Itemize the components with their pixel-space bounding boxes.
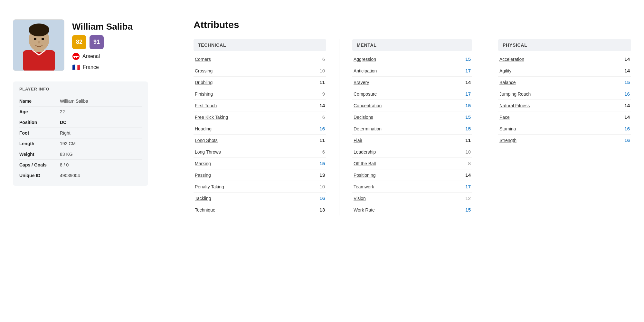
info-value: DC [60,120,66,125]
attr-row: Aggression15 [352,53,472,65]
attr-name[interactable]: Long Shots [195,138,218,143]
technical-column: TECHNICAL Corners6Crossing10Dribbling11F… [194,39,339,215]
attr-name[interactable]: Decisions [354,115,373,120]
attr-name[interactable]: Free Kick Taking [195,115,228,120]
attr-name[interactable]: Balance [499,80,516,85]
attr-row: Positioning14 [352,169,472,181]
info-value: 192 CM [60,141,76,146]
attr-name[interactable]: Agility [499,68,511,73]
info-label: Length [19,141,55,146]
attr-value: 16 [620,126,630,131]
attr-row: Free Kick Taking6 [194,111,326,123]
attr-name[interactable]: Long Throws [195,149,221,155]
info-label: Foot [19,130,55,136]
attr-name[interactable]: Natural Fitness [499,103,530,108]
attr-name[interactable]: Penalty Taking [195,184,224,189]
attr-row: Penalty Taking10 [194,181,326,193]
attr-name[interactable]: Acceleration [499,57,524,62]
attr-name[interactable]: Corners [195,57,211,62]
right-panel: Attributes TECHNICAL Corners6Crossing10D… [187,19,631,303]
attr-name[interactable]: Stamina [499,126,516,131]
rating-potential-badge: 91 [90,35,104,49]
attr-value: 16 [315,195,325,201]
info-row: Caps / Goals8 / 0 [19,160,142,170]
attr-value: 14 [461,172,471,178]
attr-row: Decisions15 [352,111,472,123]
attr-row: Leadership10 [352,146,472,158]
attr-row: Acceleration14 [498,53,631,65]
attr-name[interactable]: Vision [354,196,366,201]
attr-row: Off the Ball8 [352,158,472,169]
attr-value: 12 [461,195,471,201]
attr-value: 17 [461,68,471,73]
nation-flag: 🇫🇷 [72,63,80,71]
attr-name[interactable]: Positioning [354,173,376,178]
attr-row: Long Throws6 [194,146,326,158]
club-row: Arsenal [72,52,133,60]
attr-name[interactable]: Technique [195,207,215,213]
attr-name[interactable]: Work Rate [354,207,375,213]
attr-name[interactable]: Passing [195,173,211,178]
attr-name[interactable]: Finishing [195,91,213,97]
attr-row: Bravery14 [352,77,472,88]
attr-value: 11 [461,137,471,143]
attr-name[interactable]: Pace [499,115,510,120]
attr-name[interactable]: Bravery [354,80,369,85]
attr-name[interactable]: First Touch [195,103,217,108]
attr-value: 14 [461,80,471,85]
player-header: William Saliba 82 91 [13,19,148,71]
attr-row: Balance15 [498,77,631,88]
attr-name[interactable]: Heading [195,126,212,131]
nation-name: France [83,64,99,70]
attr-name[interactable]: Concentration [354,103,382,108]
attr-row: Flair11 [352,135,472,146]
svg-point-4 [29,24,49,36]
attr-name[interactable]: Flair [354,138,362,143]
attr-value: 6 [315,56,325,62]
attr-value: 14 [620,114,630,120]
attr-name[interactable]: Marking [195,161,211,166]
attr-name[interactable]: Strength [499,138,516,143]
attr-row: Strength16 [498,135,631,146]
attr-row: Corners6 [194,53,326,65]
attr-name[interactable]: Crossing [195,68,213,73]
info-label: Position [19,120,55,125]
page-container: William Saliba 82 91 [0,0,644,322]
attr-name[interactable]: Aggression [354,57,376,62]
left-panel: William Saliba 82 91 [13,19,161,303]
player-info-header: William Saliba 82 91 [72,19,133,71]
info-label: Name [19,99,55,104]
attr-row: Jumping Reach16 [498,88,631,100]
attr-name[interactable]: Off the Ball [354,161,376,166]
attr-name[interactable]: Determination [354,126,382,131]
info-row: Unique ID49039004 [19,170,142,181]
attr-row: Finishing9 [194,88,326,100]
technical-header: TECHNICAL [194,39,326,51]
attr-name[interactable]: Jumping Reach [499,91,531,97]
info-label: Age [19,109,55,114]
info-value: 22 [60,109,65,114]
attr-name[interactable]: Dribbling [195,80,213,85]
attr-name[interactable]: Anticipation [354,68,377,73]
technical-rows: Corners6Crossing10Dribbling11Finishing9F… [194,53,326,215]
attr-value: 6 [315,149,325,155]
attr-value: 10 [461,149,471,155]
mental-column: MENTAL Aggression15Anticipation17Bravery… [339,39,485,215]
attr-name[interactable]: Teamwork [354,184,374,189]
attr-value: 17 [461,91,471,97]
attr-value: 15 [461,56,471,62]
attr-value: 13 [315,207,325,213]
rating-badges: 82 91 [72,35,133,49]
attr-value: 6 [315,114,325,120]
svg-point-12 [76,57,77,58]
mental-header: MENTAL [352,39,472,51]
attr-value: 14 [620,68,630,73]
attr-name[interactable]: Composure [354,91,377,97]
attr-name[interactable]: Leadership [354,149,376,155]
info-row: Age22 [19,107,142,117]
attr-row: Vision12 [352,193,472,204]
info-rows-container: NameWilliam SalibaAge22PositionDCFootRig… [19,96,142,181]
attr-row: Work Rate15 [352,204,472,215]
attr-name[interactable]: Tackling [195,196,211,201]
info-value: William Saliba [60,99,88,104]
